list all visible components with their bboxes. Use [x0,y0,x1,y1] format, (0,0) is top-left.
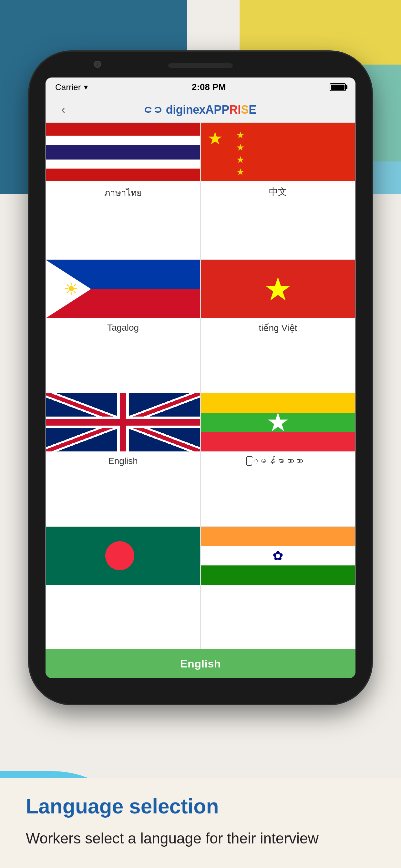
logo-text-group: diginexAPPRISE [166,103,257,117]
battery-icon [330,83,346,91]
app-header: ‹ diginexAPPRISE [45,97,356,123]
flag-thailand [46,123,200,181]
svg-rect-2 [150,109,156,111]
svg-rect-0 [145,107,151,112]
section-title: Language selection [26,795,375,818]
language-cell-vietnamese[interactable]: ★ tiếng Việt [201,259,356,393]
wifi-icon: ▾ [84,83,88,92]
flag-bangladesh [46,527,200,585]
app-logo: diginexAPPRISE [71,103,330,117]
phone-screen: Carrier ▾ 2:08 PM ‹ [45,78,356,678]
english-btn-container: English [45,649,356,678]
back-button[interactable]: ‹ [55,102,71,118]
language-label-vietnamese: tiếng Việt [258,318,297,338]
language-cell-tagalog[interactable]: ☀ Tagalog [45,259,201,393]
language-label-chinese: 中文 [269,181,287,203]
flag-philippines: ☀ [46,260,200,318]
speaker [168,63,233,68]
flag-vietnam: ★ [201,260,355,318]
flag-china: ★ ★ ★ ★ ★ [201,123,355,181]
battery-indicator [330,83,346,91]
camera [94,61,101,68]
language-cell-english[interactable]: English [45,393,201,526]
phone-frame: Carrier ▾ 2:08 PM ‹ [29,52,372,704]
phone-top [29,52,372,78]
language-label-english: English [108,452,138,471]
svg-rect-1 [155,107,161,112]
flag-uk [46,393,200,452]
status-bar: Carrier ▾ 2:08 PM [45,78,356,97]
bottom-section: Language selection Workers select a lang… [0,778,401,868]
language-grid: ภาษาไทย ★ ★ ★ ★ ★ 中文 [45,123,356,649]
language-cell-chinese[interactable]: ★ ★ ★ ★ ★ 中文 [201,123,356,259]
language-cell-hindi[interactable]: ✿ [201,526,356,649]
status-time: 2:08 PM [192,82,226,92]
flag-india: ✿ [201,527,355,585]
carrier-text: Carrier ▾ [55,82,88,92]
language-cell-thai[interactable]: ภาษาไทย [45,123,201,259]
language-cell-bengali[interactable] [45,526,201,649]
language-label-tagalog: Tagalog [107,318,139,337]
logo-chain-icon [145,104,161,115]
flag-myanmar: ★ [201,393,355,452]
battery-fill [331,85,344,90]
language-cell-myanmar[interactable]: ★ ြမန်မာဘာသာ [201,393,356,526]
select-english-button[interactable]: English [45,649,356,678]
section-description: Workers select a language for their inte… [26,828,375,848]
language-label-myanmar: ြမန်မာဘာသာ [253,452,303,471]
language-label-thai: ภาษาไทย [104,181,142,205]
